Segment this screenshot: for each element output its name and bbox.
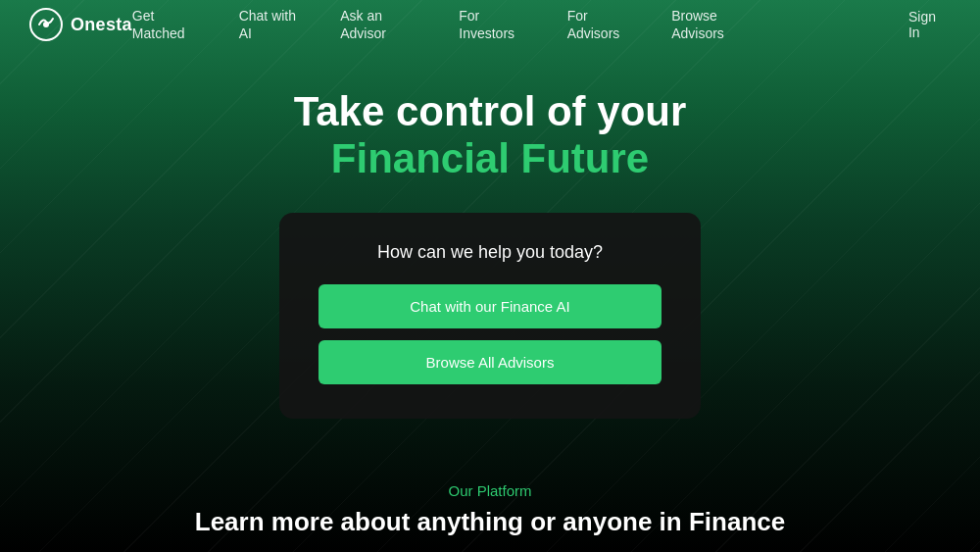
hero-title-line2: Financial Future [0, 135, 980, 182]
help-card: How can we help you today? Chat with our… [279, 213, 701, 419]
sign-in-link[interactable]: Sign In [908, 9, 951, 40]
nav-browse-advisors[interactable]: Browse Advisors [671, 8, 724, 41]
our-platform-label: Our Platform [0, 482, 980, 499]
hero-title-line1: Take control of your [0, 88, 980, 135]
nav-links: Get Matched Chat with AI Ask an Advisor … [132, 7, 771, 42]
nav-ask-advisor[interactable]: Ask an Advisor [340, 8, 386, 41]
logo-area[interactable]: Onesta [29, 8, 132, 41]
chat-finance-ai-button[interactable]: Chat with our Finance AI [318, 284, 662, 328]
lower-section: Our Platform Learn more about anything o… [0, 482, 980, 552]
lower-heading: Learn more about anything or anyone in F… [0, 507, 980, 537]
nav-for-advisors[interactable]: For Advisors [567, 8, 620, 41]
hero-section: Take control of your Financial Future Ho… [0, 49, 980, 419]
card-question: How can we help you today? [318, 242, 662, 263]
logo-text: Onesta [71, 15, 132, 35]
navbar: Onesta Get Matched Chat with AI Ask an A… [0, 0, 980, 49]
browse-advisors-button[interactable]: Browse All Advisors [318, 340, 662, 384]
nav-get-matched[interactable]: Get Matched [132, 8, 185, 41]
nav-chat-with-ai[interactable]: Chat with AI [239, 8, 296, 41]
logo-icon [29, 8, 63, 41]
page-wrapper: Onesta Get Matched Chat with AI Ask an A… [0, 0, 980, 552]
nav-for-investors[interactable]: For Investors [459, 8, 514, 41]
svg-point-1 [43, 22, 49, 27]
